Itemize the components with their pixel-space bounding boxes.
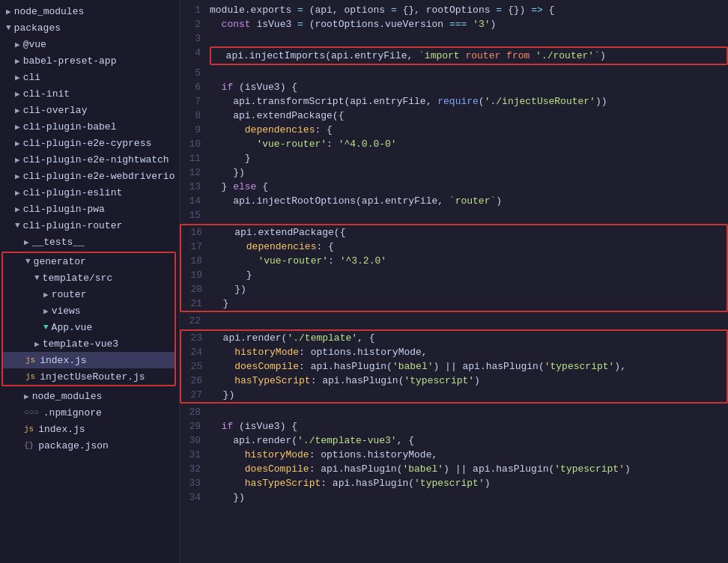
code-line-23: 23 api.render('./template', {: [181, 331, 727, 345]
line-number: 18: [181, 254, 211, 268]
line-content: }: [211, 296, 727, 311]
sidebar-item-cli-plugin-e2e-cypress[interactable]: ▶ cli-plugin-e2e-cypress: [0, 135, 179, 151]
code-line-8: 8 api.extendPackage({: [180, 109, 728, 123]
code-line-3: 3: [180, 31, 728, 46]
sidebar-item-cli-plugin-e2e-webdriverio[interactable]: ▶ cli-plugin-e2e-webdriverio: [0, 168, 179, 184]
chevron-right-icon: ▶: [15, 122, 20, 132]
sidebar-label: cli-plugin-router: [23, 220, 123, 231]
chevron-right-icon: ▶: [15, 73, 20, 82]
line-number: 9: [180, 123, 210, 137]
line-content: api.injectRootOptions(api.entryFile, `ro…: [210, 194, 728, 208]
line-content: doesCompile: api.hasPlugin('babel') || a…: [211, 359, 727, 374]
sidebar-item-npmignore[interactable]: ○○○ .npmignore: [0, 404, 179, 421]
chevron-right-icon: ▶: [15, 89, 20, 99]
sidebar-label: .npmignore: [43, 407, 102, 419]
line-content: dependencies: {: [210, 123, 728, 137]
sidebar-item-package-json[interactable]: {} package.json: [0, 437, 179, 454]
chevron-right-icon: ▶: [15, 139, 20, 148]
line-number: 13: [180, 180, 210, 194]
sidebar-item-cli-init[interactable]: ▶ cli-init: [0, 85, 179, 102]
sidebar-item-cli-overlay[interactable]: ▶ cli-overlay: [0, 102, 179, 118]
chevron-down-icon: ▼: [34, 273, 40, 282]
chevron-right-icon: ▶: [15, 106, 20, 115]
line-content: if (isVue3) {: [210, 80, 728, 94]
line-content: if (isVue3) {: [210, 419, 728, 433]
sidebar-label: template/src: [43, 273, 113, 284]
code-line-26: 26 hasTypeScript: api.hasPlugin('typescr…: [181, 374, 727, 388]
line-number: 14: [180, 194, 210, 208]
sidebar-item-template-vue3[interactable]: ▶ template-vue3: [3, 335, 175, 352]
sidebar-item-node-modules[interactable]: ▶ node_modules: [0, 3, 179, 19]
vue-icon: ▼: [43, 323, 49, 332]
editor-wrapper: 1 module.exports = (api, options = {}, r…: [180, 0, 728, 508]
sidebar-label: App.vue: [52, 322, 93, 333]
sidebar-item-cli-plugin-e2e-nightwatch[interactable]: ▶ cli-plugin-e2e-nightwatch: [0, 151, 179, 168]
sidebar-item-cli[interactable]: ▶ cli: [0, 69, 179, 85]
sidebar-item-cli-plugin-pwa[interactable]: ▶ cli-plugin-pwa: [0, 201, 179, 217]
sidebar-label: babel-preset-app: [23, 55, 117, 67]
code-line-28: 28: [180, 405, 728, 419]
code-line-17: 17 dependencies: {: [181, 240, 727, 254]
code-area: 1 module.exports = (api, options = {}, r…: [180, 0, 728, 508]
sidebar-item-router[interactable]: ▶ router: [3, 286, 175, 302]
sidebar-item-node-modules-2[interactable]: ▶ node_modules: [0, 388, 179, 404]
chevron-right-icon: ▶: [24, 237, 29, 247]
line-number: 30: [180, 433, 210, 448]
line-content: api.extendPackage({: [211, 225, 727, 240]
sidebar-item-app-vue[interactable]: ▼ App.vue: [3, 319, 175, 335]
code-line-25: 25 doesCompile: api.hasPlugin('babel') |…: [181, 359, 727, 374]
sidebar-label: @vue: [23, 39, 46, 50]
line-number: 28: [180, 405, 210, 419]
code-line-18: 18 'vue-router': '^3.2.0': [181, 254, 727, 268]
json-icon: {}: [24, 441, 34, 450]
sidebar-label: __tests__: [32, 237, 85, 248]
red-outline-box-2: 16 api.extendPackage({ 17 dependencies: …: [180, 224, 728, 312]
line-number: 10: [180, 137, 210, 151]
line-number: 33: [180, 476, 210, 490]
code-line-12: 12 }): [180, 165, 728, 180]
sidebar-item-tests[interactable]: ▶ __tests__: [0, 234, 179, 250]
line-content: api.render('./template', {: [211, 331, 727, 345]
sidebar-item-cli-plugin-babel[interactable]: ▶ cli-plugin-babel: [0, 118, 179, 135]
line-content: api.injectImports(api.entryFile, `import…: [210, 46, 728, 65]
sidebar-label: cli-plugin-e2e-cypress: [23, 138, 152, 149]
sidebar-item-views[interactable]: ▶ views: [3, 302, 175, 319]
file-icon: ○○○: [24, 408, 39, 417]
sidebar-item-index-js-generator[interactable]: js index.js: [3, 352, 175, 368]
code-line-34: 34 }): [180, 490, 728, 505]
sidebar-item-packages[interactable]: ▼ packages: [0, 19, 179, 36]
code-line-27: 27 }): [181, 388, 727, 402]
line-content: }: [210, 151, 728, 165]
line-content: }): [211, 282, 727, 296]
sidebar-item-inject-use-router[interactable]: js injectUseRouter.js: [3, 368, 175, 385]
sidebar-item-cli-plugin-eslint[interactable]: ▶ cli-plugin-eslint: [0, 184, 179, 201]
line-content: }: [211, 268, 727, 282]
sidebar-item-template-src[interactable]: ▼ template/src: [3, 270, 175, 286]
chevron-right-icon: ▶: [15, 155, 20, 165]
code-line-30: 30 api.render('./template-vue3', {: [180, 433, 728, 448]
line-content: }): [211, 388, 727, 402]
code-editor: 1 module.exports = (api, options = {}, r…: [180, 0, 728, 563]
sidebar-item-generator[interactable]: ▼ generator: [3, 253, 175, 270]
line-number: 6: [180, 80, 210, 94]
code-line-1: 1 module.exports = (api, options = {}, r…: [180, 3, 728, 17]
sidebar-item-cli-plugin-router[interactable]: ▼ cli-plugin-router: [0, 217, 179, 234]
code-line-7: 7 api.transformScript(api.entryFile, req…: [180, 94, 728, 109]
sidebar-label: cli-overlay: [23, 105, 88, 116]
sidebar-item-index-js[interactable]: js index.js: [0, 421, 179, 437]
js-icon: js: [24, 424, 34, 433]
code-line-19: 19 }: [181, 268, 727, 282]
code-line-9: 9 dependencies: {: [180, 123, 728, 137]
line-number: 4: [180, 46, 210, 60]
chevron-right-icon: ▶: [34, 339, 40, 349]
line-content: historyMode: options.historyMode,: [210, 448, 728, 462]
line-number: 15: [180, 208, 210, 222]
line-number: 8: [180, 109, 210, 123]
line-content: historyMode: options.historyMode,: [211, 345, 727, 359]
sidebar-item-vue[interactable]: ▶ @vue: [0, 36, 179, 52]
sidebar: ▶ node_modules ▼ packages ▶ @vue ▶ babel…: [0, 0, 180, 563]
sidebar-label: cli-plugin-pwa: [23, 204, 105, 215]
line-content: }): [210, 165, 728, 180]
line-number: 19: [181, 268, 211, 282]
sidebar-item-babel-preset-app[interactable]: ▶ babel-preset-app: [0, 52, 179, 69]
